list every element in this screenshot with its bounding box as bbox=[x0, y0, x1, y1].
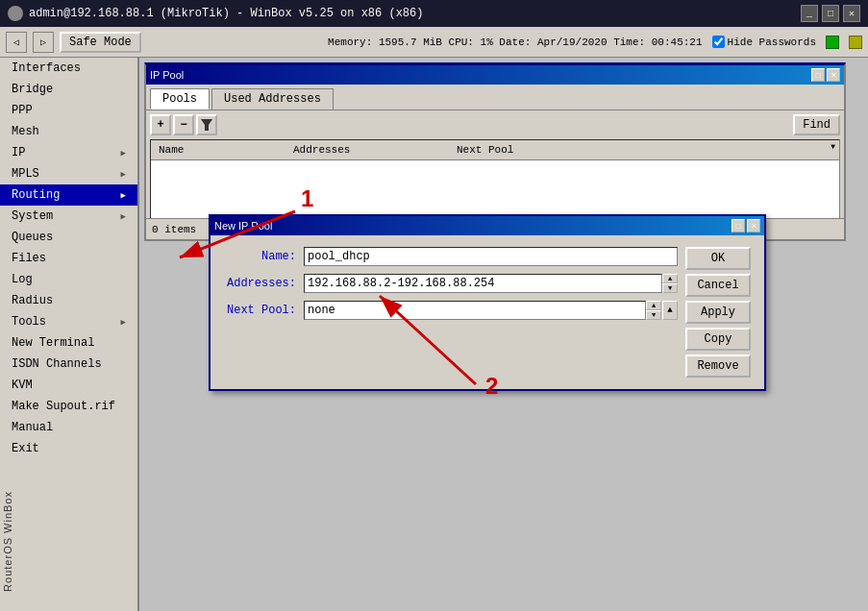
sidebar-item-bridge[interactable]: Bridge bbox=[0, 79, 137, 100]
maximize-button[interactable]: □ bbox=[822, 5, 839, 22]
next-pool-extra-button[interactable]: ▲ bbox=[662, 301, 678, 320]
sidebar-arrow-ip: ▶ bbox=[121, 148, 126, 159]
cancel-button[interactable]: Cancel bbox=[685, 274, 751, 297]
tabs-bar: Pools Used Addresses bbox=[146, 85, 844, 110]
sidebar-arrow-routing: ▶ bbox=[121, 190, 126, 201]
addresses-input-group: ▲ ▼ bbox=[304, 274, 678, 293]
hide-passwords-checkbox[interactable] bbox=[712, 36, 725, 48]
sidebar-arrow-system: ▶ bbox=[121, 211, 126, 222]
dialog-restore-button[interactable]: □ bbox=[732, 219, 745, 232]
apply-button[interactable]: Apply bbox=[685, 301, 751, 324]
minimize-button[interactable]: _ bbox=[801, 5, 818, 22]
sidebar: RouterOS WinBox Interfaces Bridge PPP Me… bbox=[0, 58, 139, 611]
ip-pool-window-controls[interactable]: □ ✕ bbox=[811, 68, 840, 82]
sidebar-brand: RouterOS WinBox bbox=[2, 491, 13, 592]
remove-button[interactable]: − bbox=[173, 114, 194, 135]
back-button[interactable]: ◁ bbox=[6, 32, 27, 53]
addresses-label: Addresses: bbox=[222, 277, 304, 290]
title-bar-controls[interactable]: _ □ ✕ bbox=[801, 5, 860, 22]
app-icon bbox=[8, 6, 23, 21]
tab-pools[interactable]: Pools bbox=[150, 88, 210, 110]
table-scroll[interactable]: ▼ bbox=[831, 142, 835, 158]
tab-used-addresses[interactable]: Used Addresses bbox=[211, 88, 334, 110]
sidebar-item-make-supout[interactable]: Make Supout.rif bbox=[0, 396, 137, 417]
dialog-fields: Name: Addresses: ▲ ▼ bbox=[222, 247, 678, 378]
sidebar-item-manual[interactable]: Manual bbox=[0, 417, 137, 438]
safe-mode-button[interactable]: Safe Mode bbox=[60, 32, 141, 53]
hide-passwords-label[interactable]: Hide Passwords bbox=[712, 36, 816, 48]
addresses-spinners: ▲ ▼ bbox=[662, 274, 678, 293]
sidebar-item-interfaces[interactable]: Interfaces bbox=[0, 58, 137, 79]
ip-pool-title-bar: IP Pool □ ✕ bbox=[146, 65, 844, 85]
sidebar-item-files[interactable]: Files bbox=[0, 248, 137, 269]
status-info: Memory: 1595.7 MiB CPU: 1% Date: Apr/19/… bbox=[147, 36, 862, 49]
next-pool-field-row: Next Pool: ▲ ▼ ▲ bbox=[222, 301, 678, 320]
sidebar-item-ip[interactable]: IP ▶ bbox=[0, 142, 137, 163]
status-green-indicator bbox=[826, 36, 839, 49]
sidebar-item-exit[interactable]: Exit bbox=[0, 438, 137, 459]
addresses-field-row: Addresses: ▲ ▼ bbox=[222, 274, 678, 293]
status-yellow-indicator bbox=[849, 36, 862, 49]
main-layout: RouterOS WinBox Interfaces Bridge PPP Me… bbox=[0, 58, 868, 611]
close-button[interactable]: ✕ bbox=[843, 5, 860, 22]
addresses-input[interactable] bbox=[304, 274, 662, 293]
ip-pool-restore-button[interactable]: □ bbox=[811, 68, 825, 82]
ok-button[interactable]: OK bbox=[685, 247, 751, 270]
sidebar-item-radius[interactable]: Radius bbox=[0, 290, 137, 311]
col-name: Name bbox=[155, 142, 289, 158]
title-bar-left: admin@192.168.88.1 (MikroTik) - WinBox v… bbox=[8, 6, 423, 21]
svg-marker-0 bbox=[201, 119, 212, 131]
sidebar-item-routing[interactable]: Routing ▶ bbox=[0, 184, 137, 206]
sidebar-item-new-terminal[interactable]: New Terminal bbox=[0, 332, 137, 354]
find-button[interactable]: Find bbox=[793, 114, 840, 135]
dialog-body: Name: Addresses: ▲ ▼ bbox=[211, 235, 764, 389]
main-toolbar: ◁ ▷ Safe Mode Memory: 1595.7 MiB CPU: 1%… bbox=[0, 27, 868, 58]
sidebar-item-log[interactable]: Log bbox=[0, 269, 137, 290]
status-text: Memory: 1595.7 MiB CPU: 1% Date: Apr/19/… bbox=[328, 37, 702, 48]
new-ip-pool-dialog: New IP Pool □ ✕ Name: Addresses: bbox=[209, 214, 766, 391]
sidebar-arrow-mpls: ▶ bbox=[121, 169, 126, 180]
add-button[interactable]: + bbox=[150, 114, 171, 135]
table-header: Name Addresses Next Pool ▼ bbox=[151, 140, 839, 160]
hide-passwords-text: Hide Passwords bbox=[728, 37, 816, 48]
name-label: Name: bbox=[222, 250, 304, 263]
sidebar-item-tools[interactable]: Tools ▶ bbox=[0, 311, 137, 332]
copy-button[interactable]: Copy bbox=[685, 328, 751, 351]
name-input[interactable] bbox=[304, 247, 678, 266]
filter-button[interactable] bbox=[196, 114, 217, 135]
name-field-row: Name: bbox=[222, 247, 678, 266]
ip-pool-window: IP Pool □ ✕ Pools Used Addresses + − bbox=[144, 62, 846, 241]
remove-button-dialog[interactable]: Remove bbox=[685, 354, 751, 378]
sidebar-item-system[interactable]: System ▶ bbox=[0, 206, 137, 227]
ip-pool-title: IP Pool bbox=[150, 69, 184, 81]
sidebar-item-ppp[interactable]: PPP bbox=[0, 100, 137, 121]
next-pool-spin-up[interactable]: ▲ bbox=[646, 301, 661, 310]
col-next-pool: Next Pool bbox=[453, 142, 645, 158]
sidebar-item-kvm[interactable]: KVM bbox=[0, 375, 137, 396]
filter-icon bbox=[201, 119, 212, 131]
content-area: IP Pool □ ✕ Pools Used Addresses + − bbox=[139, 58, 868, 611]
sidebar-item-isdn-channels[interactable]: ISDN Channels bbox=[0, 354, 137, 375]
dialog-controls[interactable]: □ ✕ bbox=[732, 219, 760, 232]
sidebar-item-mesh[interactable]: Mesh bbox=[0, 121, 137, 142]
sidebar-arrow-tools: ▶ bbox=[121, 317, 126, 328]
dialog-title-bar: New IP Pool □ ✕ bbox=[211, 216, 764, 235]
dialog-buttons: OK Cancel Apply Copy Remove bbox=[685, 247, 753, 378]
addresses-spin-down[interactable]: ▼ bbox=[662, 283, 678, 293]
next-pool-label: Next Pool: bbox=[222, 304, 304, 317]
title-bar: admin@192.168.88.1 (MikroTik) - WinBox v… bbox=[0, 0, 868, 27]
title-bar-text: admin@192.168.88.1 (MikroTik) - WinBox v… bbox=[29, 7, 423, 20]
dialog-title: New IP Pool bbox=[214, 220, 272, 232]
items-count: 0 items bbox=[152, 224, 196, 235]
sidebar-item-mpls[interactable]: MPLS ▶ bbox=[0, 163, 137, 184]
next-pool-spinners: ▲ ▼ bbox=[646, 301, 661, 320]
addresses-spin-up[interactable]: ▲ bbox=[662, 274, 678, 283]
dialog-close-button[interactable]: ✕ bbox=[747, 219, 760, 232]
next-pool-spin-down[interactable]: ▼ bbox=[646, 310, 661, 320]
forward-button[interactable]: ▷ bbox=[33, 32, 54, 53]
next-pool-input[interactable] bbox=[304, 301, 646, 320]
sidebar-item-queues[interactable]: Queues bbox=[0, 227, 137, 248]
col-addresses: Addresses bbox=[289, 142, 453, 158]
next-pool-input-group: ▲ ▼ ▲ bbox=[304, 301, 678, 320]
ip-pool-close-button[interactable]: ✕ bbox=[827, 68, 840, 82]
